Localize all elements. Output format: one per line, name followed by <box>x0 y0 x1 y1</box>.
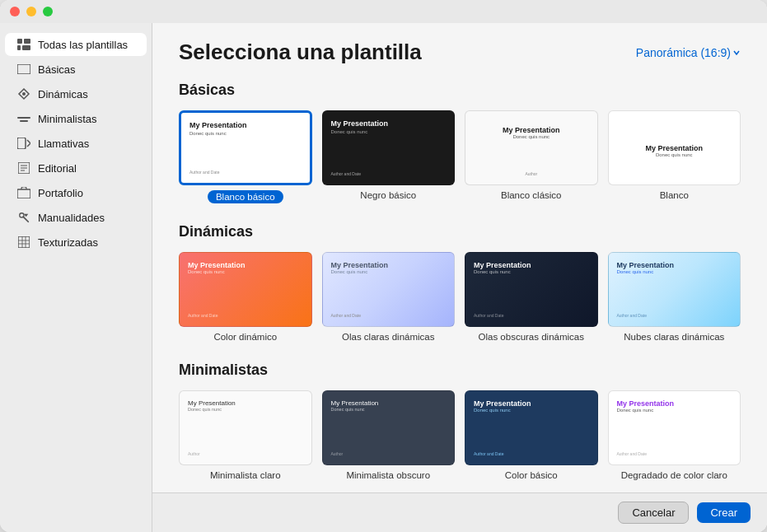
bold-icon <box>16 136 31 151</box>
template-minimal-light-thumb: My Presentation Donec quis nunc Author <box>179 390 312 465</box>
sidebar-item-portfolio[interactable]: Portafolio <box>5 181 147 204</box>
minimize-button[interactable] <box>26 7 36 16</box>
sidebar-item-bold[interactable]: Llamativas <box>5 132 147 155</box>
template-light-clouds-label: Nubes claras dinámicas <box>624 332 724 342</box>
sidebar-item-portfolio-label: Portafolio <box>38 187 83 199</box>
template-minimal-dark-thumb: My Presentation Donec quis nunc Author <box>322 390 456 465</box>
thumb-author: Author and Date <box>331 171 447 176</box>
template-light-waves[interactable]: My Presentation Donec quis nunc Author a… <box>322 252 456 342</box>
templates-scroll-area[interactable]: Básicas My Presentation Donec quis nunc … <box>152 75 767 492</box>
sidebar-item-textured[interactable]: Texturizadas <box>5 231 147 254</box>
chevron-down-icon <box>732 49 741 57</box>
template-light-waves-label: Olas claras dinámicas <box>342 332 434 342</box>
thumb-subtitle: Donec quis nunc <box>617 152 732 157</box>
template-white-label: Blanco <box>660 190 689 200</box>
template-dark-waves-label: Olas obscuras dinámicas <box>479 332 584 342</box>
template-minimal-dark[interactable]: My Presentation Donec quis nunc Author M… <box>322 390 456 480</box>
basics-icon <box>16 62 31 77</box>
dynamic-icon <box>16 86 31 101</box>
thumb-title: My Presentation <box>617 144 732 152</box>
template-classic-white-thumb: My Presentation Donec quis nunc Author <box>465 110 598 185</box>
template-minimal-light[interactable]: My Presentation Donec quis nunc Author M… <box>179 390 312 480</box>
thumb-title: My Presentation <box>189 121 302 129</box>
template-light-clouds[interactable]: My Presentation Donec quis nunc Author a… <box>608 252 741 342</box>
svg-rect-6 <box>17 117 30 119</box>
svg-rect-15 <box>18 236 30 248</box>
thumb-title: My Presentation <box>474 126 589 134</box>
sidebar-item-basics[interactable]: Básicas <box>5 58 147 81</box>
sidebar-item-crafts[interactable]: Manualidades <box>5 206 147 229</box>
template-light-clouds-thumb: My Presentation Donec quis nunc Author a… <box>608 252 741 327</box>
content-area: Selecciona una plantilla Panorámica (16:… <box>152 23 767 532</box>
textured-icon <box>16 235 31 250</box>
svg-rect-3 <box>22 45 30 50</box>
all-templates-icon <box>16 37 31 52</box>
svg-rect-7 <box>20 120 28 122</box>
template-minimal-light-label: Minimalista claro <box>210 470 281 480</box>
svg-rect-1 <box>24 39 30 44</box>
sidebar-item-minimal[interactable]: Minimalistas <box>5 107 147 130</box>
svg-rect-13 <box>17 189 30 198</box>
content-header: Selecciona una plantilla Panorámica (16:… <box>152 23 767 75</box>
template-classic-white[interactable]: My Presentation Donec quis nunc Author B… <box>465 110 598 203</box>
basics-grid: My Presentation Donec quis nunc Author a… <box>179 110 741 203</box>
title-bar <box>0 0 767 23</box>
template-color-dynamic[interactable]: My Presentation Donec quis nunc Author a… <box>179 252 312 342</box>
close-button[interactable] <box>10 7 20 16</box>
template-gradient-light[interactable]: My Presentation Donec quis nunc Author a… <box>608 390 741 480</box>
template-color-dynamic-thumb: My Presentation Donec quis nunc Author a… <box>179 252 312 327</box>
sidebar-item-crafts-label: Manualidades <box>38 212 105 224</box>
template-white[interactable]: My Presentation Donec quis nunc Blanco <box>608 110 741 203</box>
template-light-waves-thumb: My Presentation Donec quis nunc Author a… <box>322 252 456 327</box>
template-white-basic[interactable]: My Presentation Donec quis nunc Author a… <box>179 110 312 203</box>
dynamic-grid: My Presentation Donec quis nunc Author a… <box>179 252 741 342</box>
minimal-section-title: Minimalistas <box>179 362 741 379</box>
template-picker-window: Todas las plantillas Básicas Dinámica <box>0 0 767 532</box>
template-black-basic-label: Negro básico <box>360 190 416 200</box>
template-black-basic[interactable]: My Presentation Donec quis nunc Author a… <box>322 110 456 203</box>
minimal-icon <box>16 111 31 126</box>
template-color-basic-thumb: My Presentation Donec quis nunc Author a… <box>465 390 598 465</box>
aspect-ratio-label: Panorámica (16:9) <box>636 46 731 59</box>
template-classic-white-label: Blanco clásico <box>501 190 562 200</box>
sidebar-item-editorial-label: Editorial <box>38 162 77 175</box>
sidebar-item-bold-label: Llamativas <box>38 138 89 150</box>
thumb-title: My Presentation <box>331 119 447 128</box>
template-white-thumb: My Presentation Donec quis nunc <box>608 110 741 185</box>
footer: Cancelar Crear <box>152 492 767 532</box>
fullscreen-button[interactable] <box>43 7 53 16</box>
sidebar-item-textured-label: Texturizadas <box>38 236 98 249</box>
template-gradient-light-thumb: My Presentation Donec quis nunc Author a… <box>608 390 741 465</box>
template-white-basic-label: Blanco básico <box>208 190 283 203</box>
svg-rect-4 <box>17 64 30 74</box>
template-color-basic[interactable]: My Presentation Donec quis nunc Author a… <box>465 390 598 480</box>
sidebar-item-dynamic-label: Dinámicas <box>38 88 88 100</box>
svg-point-5 <box>22 92 26 96</box>
editorial-icon <box>16 161 31 175</box>
aspect-ratio-selector[interactable]: Panorámica (16:9) <box>636 46 741 59</box>
svg-rect-2 <box>17 45 21 50</box>
sidebar-item-basics-label: Básicas <box>38 63 76 76</box>
template-color-basic-label: Color básico <box>505 470 558 480</box>
svg-rect-0 <box>17 39 22 44</box>
cancel-button[interactable]: Cancelar <box>618 502 689 524</box>
sidebar-item-dynamic[interactable]: Dinámicas <box>5 82 147 105</box>
template-dark-waves[interactable]: My Presentation Donec quis nunc Author a… <box>465 252 598 342</box>
sidebar-item-editorial[interactable]: Editorial <box>5 156 147 180</box>
thumb-author: Author and Date <box>189 170 302 175</box>
template-dark-waves-thumb: My Presentation Donec quis nunc Author a… <box>465 252 598 327</box>
main-layout: Todas las plantillas Básicas Dinámica <box>0 23 767 532</box>
page-title: Selecciona una plantilla <box>179 40 422 65</box>
sidebar-item-all[interactable]: Todas las plantillas <box>5 33 147 56</box>
dynamic-section-title: Dinámicas <box>179 223 741 240</box>
sidebar-item-minimal-label: Minimalistas <box>38 113 97 125</box>
portfolio-icon <box>16 185 31 200</box>
template-minimal-dark-label: Minimalista obscuro <box>346 470 430 480</box>
crafts-icon <box>16 210 31 225</box>
template-white-basic-thumb: My Presentation Donec quis nunc Author a… <box>179 110 312 185</box>
minimal-grid: My Presentation Donec quis nunc Author M… <box>179 390 741 480</box>
sidebar-item-all-label: Todas las plantillas <box>38 39 128 51</box>
template-color-dynamic-label: Color dinámico <box>213 332 277 342</box>
create-button[interactable]: Crear <box>697 502 751 523</box>
svg-rect-8 <box>17 138 26 149</box>
